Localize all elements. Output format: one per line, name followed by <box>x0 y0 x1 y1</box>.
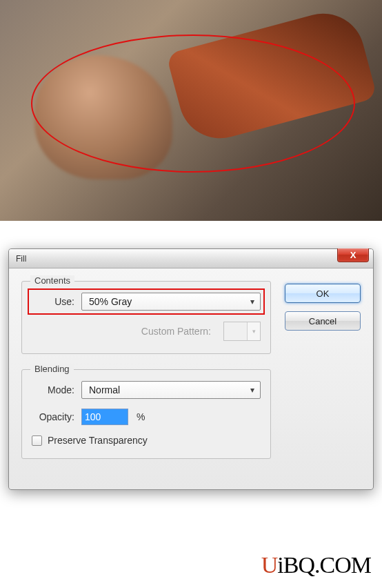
use-dropdown[interactable]: 50% Gray <box>81 293 261 311</box>
mode-label: Mode: <box>32 384 81 395</box>
fill-dialog: Fill X Contents Use: 50% Gray <box>8 248 374 490</box>
contents-legend: Contents <box>30 275 74 286</box>
close-button[interactable]: X <box>337 248 369 262</box>
opacity-label: Opacity: <box>32 411 81 422</box>
titlebar[interactable]: Fill X <box>9 249 373 268</box>
cancel-button[interactable]: Cancel <box>285 311 361 331</box>
dialog-title: Fill <box>16 254 26 264</box>
custom-pattern-picker: ▾ <box>223 322 261 341</box>
use-label: Use: <box>32 296 81 307</box>
red-highlight-box: Use: 50% Gray <box>28 288 265 315</box>
mode-dropdown[interactable]: Normal <box>81 381 261 399</box>
ok-button[interactable]: OK <box>285 284 361 303</box>
opacity-suffix: % <box>137 411 145 422</box>
mode-value: Normal <box>89 384 120 395</box>
use-value: 50% Gray <box>89 296 132 307</box>
close-icon: X <box>350 250 356 260</box>
annotated-image <box>0 0 382 221</box>
pattern-swatch <box>224 322 248 340</box>
chevron-down-icon: ▾ <box>248 322 260 340</box>
opacity-input[interactable] <box>81 409 128 425</box>
watermark-logo: UiBQ.COM <box>261 552 371 578</box>
red-ellipse-annotation <box>31 35 355 173</box>
custom-pattern-label: Custom Pattern: <box>141 326 218 337</box>
preserve-transparency-checkbox[interactable] <box>32 435 42 446</box>
preserve-transparency-label: Preserve Transparency <box>48 435 148 446</box>
contents-group: Contents Use: 50% Gray Custom Pattern: <box>21 281 271 354</box>
blending-legend: Blending <box>30 364 74 374</box>
blending-group: Blending Mode: Normal Opacity: % <box>21 369 271 459</box>
